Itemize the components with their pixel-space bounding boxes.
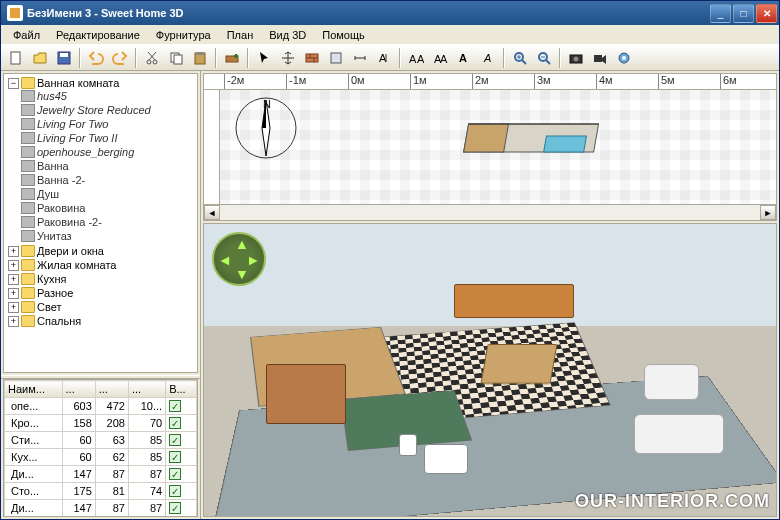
svg-rect-23 [594,55,602,62]
visible-checkbox[interactable]: ✓ [169,417,181,429]
svg-text:A: A [440,53,448,65]
svg-rect-29 [464,124,509,152]
column-header[interactable]: ... [128,381,165,398]
tree-object-item[interactable]: Ванна -2- [8,174,195,186]
tree-model-item[interactable]: Living For Two [8,118,195,130]
preferences-icon[interactable] [613,47,635,69]
table-row[interactable]: Ди...1478787✓ [5,500,197,517]
scroll-track[interactable] [220,205,760,220]
titlebar[interactable]: БезИмени 3 - Sweet Home 3D _ □ ✕ [1,1,779,25]
zoom-out-icon[interactable] [533,47,555,69]
undo-icon[interactable] [85,47,107,69]
visible-checkbox[interactable]: ✓ [169,400,181,412]
tree-object-item[interactable]: Ванна [8,160,195,172]
nav-down-icon[interactable]: ▼ [235,266,249,282]
plan-model-thumbnail[interactable] [460,116,610,164]
nav-left-icon[interactable]: ◄ [218,252,232,268]
menu-file[interactable]: Файл [5,27,48,43]
table-row[interactable]: Кух...606285✓ [5,449,197,466]
pan-icon[interactable] [277,47,299,69]
kitchen-island [480,344,557,384]
tree-folder-collapsed[interactable]: +Жилая комната [8,259,195,271]
plan-horizontal-scrollbar[interactable]: ◄ ► [203,205,777,221]
close-button[interactable]: ✕ [756,4,777,23]
visible-checkbox[interactable]: ✓ [169,485,181,497]
separator [135,48,137,68]
tree-object-item[interactable]: Унитаз [8,230,195,242]
text-icon[interactable]: A [373,47,395,69]
3d-view[interactable]: ▲ ▼ ◄ ► OUR-INTERIOR.COM [203,223,777,517]
wall-icon[interactable] [301,47,323,69]
visible-checkbox[interactable]: ✓ [169,451,181,463]
tree-model-item[interactable]: Living For Two II [8,132,195,144]
table-row[interactable]: Ди...1478787✓ [5,466,197,483]
table-row[interactable]: Сти...606385✓ [5,432,197,449]
nav-up-icon[interactable]: ▲ [235,236,249,252]
app-window: БезИмени 3 - Sweet Home 3D _ □ ✕ Файл Ре… [0,0,780,520]
separator [559,48,561,68]
tree-folder-collapsed[interactable]: +Разное [8,287,195,299]
tree-model-item[interactable]: hus45 [8,90,195,102]
tree-folder-collapsed[interactable]: +Двери и окна [8,245,195,257]
new-file-icon[interactable] [5,47,27,69]
copy-icon[interactable] [165,47,187,69]
toilet [399,434,417,456]
bold-icon[interactable]: A [453,47,475,69]
column-header[interactable]: ... [62,381,95,398]
save-icon[interactable] [53,47,75,69]
tree-object-item[interactable]: Душ [8,188,195,200]
menu-edit[interactable]: Редактирование [48,27,148,43]
snapshot-icon[interactable] [565,47,587,69]
minimize-button[interactable]: _ [710,4,731,23]
menu-3dview[interactable]: Вид 3D [261,27,314,43]
tree-folder-collapsed[interactable]: +Свет [8,301,195,313]
paste-icon[interactable] [189,47,211,69]
svg-point-25 [622,56,626,60]
dimension-icon[interactable] [349,47,371,69]
add-furniture-icon[interactable] [221,47,243,69]
menu-help[interactable]: Помощь [314,27,373,43]
sofa [634,414,724,454]
open-icon[interactable] [29,47,51,69]
redo-icon[interactable] [109,47,131,69]
pointer-icon[interactable] [253,47,275,69]
menu-plan[interactable]: План [219,27,262,43]
room-icon[interactable] [325,47,347,69]
tree-folder-collapsed[interactable]: +Кухня [8,273,195,285]
furniture-table[interactable]: Наим............В... опе...60347210...✓К… [3,379,198,517]
catalog-tree[interactable]: −Ванная комнатаhus45Jewelry Store Reduce… [3,73,198,373]
cut-icon[interactable] [141,47,163,69]
menu-furniture[interactable]: Фурнитура [148,27,219,43]
3d-navigation-pad[interactable]: ▲ ▼ ◄ ► [212,232,266,286]
compass-icon[interactable]: N [234,96,298,160]
column-header[interactable]: ... [95,381,128,398]
tree-object-item[interactable]: Раковина -2- [8,216,195,228]
tree-model-item[interactable]: Jewelry Store Reduced [8,104,195,116]
tree-folder-collapsed[interactable]: +Спальня [8,315,195,327]
visible-checkbox[interactable]: ✓ [169,434,181,446]
text-bigger-icon[interactable]: AA [405,47,427,69]
nav-right-icon[interactable]: ► [246,252,260,268]
plan-view[interactable]: N [203,89,777,205]
bed [266,364,346,424]
tree-folder[interactable]: −Ванная комната [8,77,195,89]
scroll-right-button[interactable]: ► [760,205,776,220]
scroll-left-button[interactable]: ◄ [204,205,220,220]
visible-checkbox[interactable]: ✓ [169,502,181,514]
table-row[interactable]: Кро...15820870✓ [5,415,197,432]
column-header[interactable]: Наим... [5,381,63,398]
video-icon[interactable] [589,47,611,69]
svg-rect-8 [197,52,203,55]
maximize-button[interactable]: □ [733,4,754,23]
table-row[interactable]: Сто...1758174✓ [5,483,197,500]
column-header[interactable]: В... [166,381,197,398]
tree-model-item[interactable]: openhouse_berging [8,146,195,158]
tree-object-item[interactable]: Раковина [8,202,195,214]
zoom-in-icon[interactable] [509,47,531,69]
italic-icon[interactable]: A [477,47,499,69]
text-smaller-icon[interactable]: AA [429,47,451,69]
visible-checkbox[interactable]: ✓ [169,468,181,480]
table-row[interactable]: опе...60347210...✓ [5,398,197,415]
svg-rect-11 [331,53,341,63]
plan-canvas[interactable]: N [220,90,776,204]
